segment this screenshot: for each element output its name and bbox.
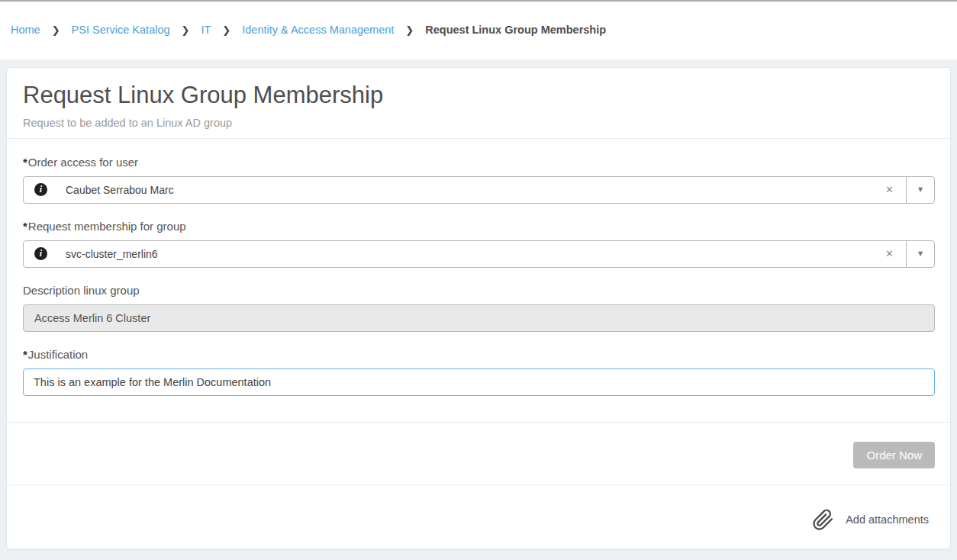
request-form: * Order access for user i Caubet Serrabo…: [7, 139, 950, 422]
clear-icon[interactable]: ✕: [873, 248, 906, 259]
description-linux-group-field: [23, 304, 935, 332]
paperclip-icon: [812, 509, 834, 531]
info-icon[interactable]: i: [34, 183, 47, 196]
chevron-down-icon[interactable]: ▼: [906, 177, 934, 203]
chevron-right-icon: ❯: [405, 24, 414, 36]
request-membership-for-group-value: svc-cluster_merlin6: [66, 248, 873, 260]
page-title: Request Linux Group Membership: [23, 82, 935, 109]
chevron-right-icon: ❯: [52, 24, 60, 36]
page-subtitle: Request to be added to an Linux AD group: [23, 117, 935, 129]
required-marker: *: [23, 156, 27, 169]
request-membership-for-group-label: * Request membership for group: [23, 220, 935, 233]
field-label-text: Order access for user: [28, 156, 138, 169]
breadcrumb-home[interactable]: Home: [11, 24, 40, 36]
add-attachments-button[interactable]: Add attachments: [7, 484, 950, 555]
required-marker: *: [23, 348, 27, 362]
order-actions-row: Order Now: [7, 422, 950, 484]
catalog-item-panel: Request Linux Group Membership Request t…: [6, 67, 951, 549]
order-now-button[interactable]: Order Now: [853, 442, 935, 468]
breadcrumb-psi-service-katalog[interactable]: PSI Service Katalog: [72, 24, 170, 36]
field-label-text: Justification: [28, 348, 88, 362]
breadcrumb-bar: Home ❯ PSI Service Katalog ❯ IT ❯ Identi…: [0, 0, 957, 60]
request-membership-for-group-select[interactable]: i svc-cluster_merlin6 ✕ ▼: [23, 240, 935, 268]
order-access-for-user-value: Caubet Serrabou Marc: [66, 184, 873, 196]
order-access-for-user-select[interactable]: i Caubet Serrabou Marc ✕ ▼: [23, 176, 935, 204]
field-label-text: Request membership for group: [28, 220, 186, 233]
catalog-item-header: Request Linux Group Membership Request t…: [7, 68, 950, 139]
required-marker: *: [23, 220, 27, 233]
field-label-text: Description linux group: [23, 284, 140, 298]
chevron-right-icon: ❯: [222, 24, 230, 36]
justification-input[interactable]: [23, 369, 935, 396]
chevron-down-icon[interactable]: ▼: [906, 241, 934, 267]
breadcrumb: Home ❯ PSI Service Katalog ❯ IT ❯ Identi…: [0, 2, 957, 36]
clear-icon[interactable]: ✕: [873, 184, 906, 195]
info-icon[interactable]: i: [34, 247, 47, 260]
description-linux-group-label: Description linux group: [23, 284, 935, 298]
justification-label: * Justification: [23, 348, 935, 362]
breadcrumb-it[interactable]: IT: [201, 24, 211, 36]
chevron-right-icon: ❯: [182, 24, 190, 36]
breadcrumb-current-page: Request Linux Group Membership: [425, 24, 606, 36]
order-access-for-user-label: * Order access for user: [23, 156, 935, 169]
breadcrumb-identity-access-management[interactable]: Identity & Access Management: [242, 24, 394, 36]
add-attachments-label: Add attachments: [846, 513, 929, 526]
